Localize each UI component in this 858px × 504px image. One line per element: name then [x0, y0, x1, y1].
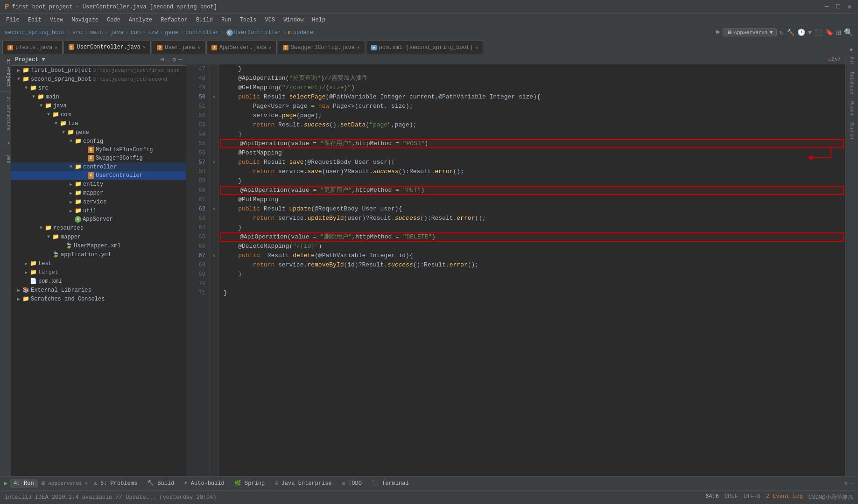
tab-user[interactable]: J User.java ✕	[152, 41, 205, 54]
tree-item-target[interactable]: ▶ 📁 target	[11, 268, 186, 277]
dropdown-icon[interactable]: ▼	[808, 29, 812, 36]
tree-item-resources[interactable]: ▼ 📁 resources	[11, 224, 186, 232]
tree-settings-btn[interactable]: ⚙	[172, 56, 176, 63]
tree-expand-btn[interactable]: ⊞	[161, 56, 164, 63]
tree-item-usermapper-xml[interactable]: 🍃 UserMapper.xml	[11, 241, 186, 250]
stop-icon[interactable]: ⬛	[815, 28, 823, 36]
tab-close-swagger[interactable]: ✕	[357, 45, 360, 50]
tree-item-test[interactable]: ▶ 📁 test	[11, 259, 186, 268]
tree-item-second-spring-boot[interactable]: ▼ 📁 second_spring_boot D:\qstjavaproject…	[11, 75, 186, 84]
tree-item-entity[interactable]: ▶ 📁 entity	[11, 180, 186, 189]
bottom-close-icon[interactable]: ─	[851, 481, 854, 486]
tree-close-btn[interactable]: ─	[178, 56, 182, 63]
bottom-tab-autobuild[interactable]: ⚡ Auto-build	[180, 479, 228, 488]
breadcrumb-method[interactable]: m update	[288, 29, 313, 36]
minimize-button[interactable]: ─	[823, 3, 830, 11]
maximize-button[interactable]: □	[834, 3, 842, 11]
breadcrumb-java[interactable]: java	[110, 29, 124, 36]
breadcrumb-project[interactable]: second_spring_boot	[5, 29, 65, 36]
tab-close-pom[interactable]: ✕	[475, 45, 478, 50]
menu-code[interactable]: Code	[103, 16, 124, 24]
tab-usercontroller[interactable]: C UserController.java ✕	[63, 41, 151, 54]
bottom-tab-todo[interactable]: ☑ TODO	[338, 479, 366, 488]
tree-item-controller[interactable]: ▼ 📁 controller	[11, 162, 186, 171]
tree-item-mybatis[interactable]: C MyBatisPlusConfig	[11, 146, 186, 154]
warning-down-btn[interactable]: ∨	[837, 56, 840, 62]
menu-file[interactable]: File	[2, 16, 23, 24]
tree-item-tzw[interactable]: ▼ 📁 tzw	[11, 119, 186, 128]
menu-run[interactable]: Run	[218, 16, 235, 24]
bottom-tab-spring[interactable]: 🌿 Spring	[231, 479, 268, 488]
bottom-tab-problems[interactable]: ⚠ 6: Problems	[90, 479, 141, 488]
menu-window[interactable]: Window	[280, 16, 307, 24]
right-panel-ant[interactable]: Ant	[849, 56, 854, 65]
clock-icon[interactable]: 🕐	[797, 28, 805, 36]
bottom-tab-build[interactable]: 🔨 Build	[143, 479, 178, 488]
warning-up-btn[interactable]: ∧	[834, 56, 837, 62]
server-badge[interactable]: 🖥 AppServer01 ▼	[723, 28, 777, 36]
close-button[interactable]: ✕	[846, 3, 853, 11]
tab-swagger[interactable]: C Swagger3Config.java ✕	[278, 41, 365, 54]
tree-item-resources-mapper[interactable]: ▼ 📁 mapper	[11, 232, 186, 241]
bottom-tab-terminal[interactable]: ⬛ Terminal	[368, 479, 413, 488]
tab-close-ptests[interactable]: ✕	[55, 45, 57, 50]
breadcrumb-update[interactable]: update	[293, 29, 313, 36]
search-icon[interactable]: 🔍	[844, 28, 853, 37]
tree-item-pom-xml[interactable]: 📄 pom.xml	[11, 277, 186, 286]
refresh-icon[interactable]: ↻	[780, 28, 783, 36]
breadcrumb-tzw[interactable]: tzw	[148, 29, 158, 36]
tree-collapse-btn[interactable]: ≡	[167, 56, 170, 63]
settings-icon[interactable]: ⚙	[844, 480, 848, 486]
navigate-icon[interactable]: ⚑	[715, 28, 720, 37]
menu-help[interactable]: Help	[308, 16, 329, 24]
tree-item-scratches[interactable]: ▶ 📁 Scratches and Consoles	[11, 294, 186, 303]
status-position[interactable]: 64:6	[705, 493, 719, 501]
tree-item-usercontroller[interactable]: C UserController	[11, 171, 186, 180]
tab-more-button[interactable]: ▼	[847, 47, 856, 54]
menu-vcs[interactable]: VCS	[261, 16, 279, 24]
tab-close-appserver[interactable]: ✕	[269, 45, 272, 50]
menu-view[interactable]: View	[46, 16, 67, 24]
breadcrumb-controller[interactable]: controller	[185, 29, 219, 36]
panel-favorites[interactable]: ★	[0, 135, 11, 150]
tree-item-util[interactable]: ▶ 📁 util	[11, 206, 186, 215]
build-icon[interactable]: 🔨	[787, 28, 795, 36]
run-close-btn[interactable]: ✕	[84, 480, 88, 486]
event-log[interactable]: 2 Event Log	[766, 493, 803, 501]
tab-close-user[interactable]: ✕	[197, 45, 200, 50]
tree-item-external-libs[interactable]: ▶ 📚 External Libraries	[11, 286, 186, 294]
breadcrumb-gene[interactable]: gene	[165, 29, 178, 36]
breadcrumb-src[interactable]: src	[72, 29, 83, 36]
menu-refactor[interactable]: Refactor	[157, 16, 191, 24]
breadcrumb-main[interactable]: main	[90, 29, 103, 36]
menu-edit[interactable]: Edit	[24, 16, 45, 24]
menu-navigate[interactable]: Navigate	[68, 16, 102, 24]
right-panel-search[interactable]: Search	[849, 122, 854, 139]
bottom-tab-run[interactable]: 4: Run	[10, 479, 37, 488]
status-charset[interactable]: UTF-8	[744, 493, 760, 501]
menu-build[interactable]: Build	[192, 16, 217, 24]
panel-web[interactable]: Web	[0, 150, 11, 168]
layout-icon[interactable]: ⊞	[836, 28, 841, 38]
tree-item-first-boot[interactable]: ▶ 📁 first_boot_project D:\qstjavaproject…	[11, 66, 186, 75]
breadcrumb-usercontroller[interactable]: UserController	[234, 29, 281, 36]
tree-item-main[interactable]: ▼ 📁 main	[11, 92, 186, 101]
tree-item-swagger3config[interactable]: C Swagger3Config	[11, 154, 186, 162]
tree-item-appserver[interactable]: A AppServer	[11, 215, 186, 224]
right-panel-maven[interactable]: Maven	[849, 101, 854, 115]
tree-item-java[interactable]: ▼ 📁 java	[11, 101, 186, 110]
breadcrumb-class[interactable]: C UserController	[226, 29, 281, 36]
bookmark-icon[interactable]: 🔖	[825, 28, 833, 36]
code-lines[interactable]: } @ApiOperation("分页查询")//需要加入插件 @GetMapp…	[219, 64, 845, 476]
tree-item-mapper[interactable]: ▶ 📁 mapper	[11, 189, 186, 197]
bottom-tab-java-enterprise[interactable]: ≡ Java Enterprise	[271, 479, 335, 488]
tree-item-config[interactable]: ▼ 📁 config	[11, 137, 186, 146]
breadcrumb-com[interactable]: com	[131, 29, 141, 36]
panel-project[interactable]: 1: Project	[0, 54, 11, 92]
status-crlf[interactable]: CRLF	[724, 493, 738, 501]
tab-appserver[interactable]: J AppServer.java ✕	[206, 41, 277, 54]
tab-close-usercontroller[interactable]: ✕	[143, 44, 146, 50]
tree-item-service[interactable]: ▶ 📁 service	[11, 197, 186, 206]
tree-item-gene[interactable]: ▼ 📁 gene	[11, 128, 186, 137]
panel-structure[interactable]: 2: Structure	[0, 92, 11, 135]
